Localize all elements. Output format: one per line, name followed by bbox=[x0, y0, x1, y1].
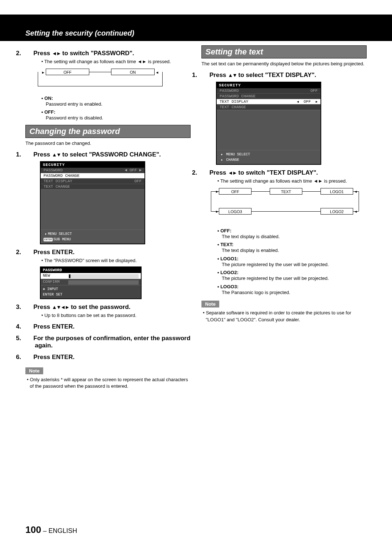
arrow-right-icon: ► bbox=[41, 70, 45, 74]
option-on-label: • ON: bbox=[25, 95, 191, 101]
all-arrows-icon bbox=[52, 303, 69, 310]
cp-step-3-detail: • Up to 8 buttons can be set as the pass… bbox=[25, 312, 191, 319]
up-down-arrow-icon bbox=[228, 72, 237, 78]
dpad-icon: ✥ bbox=[43, 287, 45, 291]
osd3-row-text-display: TEXT DISPLAY ◄ OFF ► bbox=[217, 99, 320, 105]
toggle5-logo2: LOGO2 bbox=[320, 208, 353, 215]
toggle5-text: TEXT bbox=[270, 188, 302, 195]
left-right-icon: ♦ bbox=[220, 158, 224, 162]
left-right-arrow-icon bbox=[228, 169, 237, 176]
osd3-row-text-change: TEXT CHANGE bbox=[217, 105, 320, 110]
page-header-title: Setting the security (continued) bbox=[25, 29, 367, 37]
page-footer: 100 – ENGLISH bbox=[25, 524, 77, 535]
osd-row-password: PASSWORD ◄ OFF ► bbox=[41, 168, 144, 173]
osd2-footer: ✥ INPUT ENTER SET bbox=[41, 285, 141, 298]
enter-key-icon: ENTER bbox=[43, 293, 54, 297]
bidirectional-arrow-icon bbox=[252, 191, 270, 192]
left-note-text: • Only asterisks * will appear on the sc… bbox=[25, 376, 191, 390]
arrow-right-icon: ► bbox=[215, 190, 219, 193]
opt-logo2-label: • LOGO2: bbox=[201, 270, 367, 275]
osd-row-text-display: TEXT DISPLAY OFF bbox=[41, 179, 144, 184]
left-column: 2.Press to switch "PASSWORD". • The sett… bbox=[25, 45, 191, 390]
password-step-2-detail: • The setting will change as follows eac… bbox=[25, 58, 191, 65]
arrow-left-icon: ◄ bbox=[155, 70, 159, 74]
osd3-row-password-change: PASSWORD CHANGE bbox=[217, 94, 320, 99]
osd-row-password-change: PASSWORD CHANGE bbox=[41, 173, 144, 179]
cp-step-2: 2.Press ENTER. bbox=[25, 249, 191, 256]
page-number: 100 bbox=[25, 524, 41, 535]
right-column: Setting the text The set text can be per… bbox=[201, 45, 367, 390]
osd3-row-password: PASSWORD OFF bbox=[217, 88, 320, 94]
opt-text-label: • TEXT: bbox=[201, 242, 367, 247]
st-step-2: 2.Press to switch "TEXT DISPLAY". bbox=[201, 169, 367, 176]
toggle5-logo3: LOGO3 bbox=[219, 208, 252, 215]
security-menu-screenshot-1: SECURITY PASSWORD ◄ OFF ► PASSWORD CHANG… bbox=[40, 161, 145, 244]
option-off-desc: Password entry is disabled. bbox=[25, 115, 191, 121]
security-menu-screenshot-2: SECURITY PASSWORD OFF PASSWORD CHANGE TE… bbox=[216, 82, 321, 165]
page-header-bar: Setting the security (continued) bbox=[0, 15, 392, 41]
cp-step-2-detail: • The "PASSWORD" screen will be displaye… bbox=[25, 257, 191, 264]
osd3-title: SECURITY bbox=[217, 82, 320, 88]
left-right-arrow-icon bbox=[52, 50, 61, 57]
osd-footer: ♦MENU SELECT ENTERSUB MENU bbox=[41, 229, 144, 244]
st-step-2-detail: • The setting will change as follows eac… bbox=[201, 178, 367, 184]
password-entry-screenshot: PASSWORD NEW CONFIRM ✥ INPUT ENTER SET bbox=[40, 266, 142, 299]
arrow-left-icon: ◄ bbox=[354, 209, 358, 213]
bidirectional-arrow-icon bbox=[252, 211, 320, 212]
opt-logo2-desc: The picture registered by the user will … bbox=[201, 275, 367, 282]
triangle-right-icon: ► bbox=[316, 100, 318, 104]
osd2-row-confirm: CONFIRM bbox=[41, 279, 141, 285]
up-down-icon: ♦ bbox=[220, 152, 224, 157]
cp-step-4: 4.Press ENTER. bbox=[25, 323, 191, 330]
opt-off-label: • OFF: bbox=[201, 228, 367, 233]
off-on-cycle-diagram: OFF ON ► ◄ bbox=[35, 69, 166, 92]
cp-step-6: 6.Press ENTER. bbox=[25, 354, 191, 361]
note-label: Note bbox=[201, 301, 219, 307]
osd2-title: PASSWORD bbox=[41, 267, 141, 273]
toggle-state-on: ON bbox=[111, 69, 155, 75]
cp-step-1: 1.Press to select "PASSWORD CHANGE". bbox=[25, 151, 191, 158]
osd-row-text-change: TEXT CHANGE bbox=[41, 184, 144, 190]
cp-step-3: 3.Press to set the password. bbox=[25, 303, 191, 311]
toggle5-logo1: LOGO1 bbox=[320, 188, 353, 195]
opt-logo1-label: • LOGO1: bbox=[201, 256, 367, 261]
opt-off-desc: The text display is disabled. bbox=[201, 233, 367, 240]
setting-text-intro: The set text can be permanently displaye… bbox=[201, 61, 367, 67]
changing-password-intro: The password can be changed. bbox=[25, 140, 191, 147]
manual-page: Setting the security (continued) 2.Press… bbox=[0, 0, 392, 550]
bidirectional-arrow-icon bbox=[302, 191, 320, 192]
osd2-row-new: NEW bbox=[41, 273, 141, 279]
st-step-1: 1.Press to select "TEXT DISPLAY". bbox=[201, 72, 367, 79]
note-label: Note bbox=[25, 367, 43, 374]
up-down-arrow-icon bbox=[52, 151, 61, 158]
password-step-2: 2.Press to switch "PASSWORD". bbox=[25, 50, 191, 57]
section-heading-setting-text: Setting the text bbox=[201, 45, 367, 58]
option-off-label: • OFF: bbox=[25, 109, 191, 115]
two-column-layout: 2.Press to switch "PASSWORD". • The sett… bbox=[25, 45, 367, 390]
arrow-left-icon: ◄ bbox=[354, 190, 358, 193]
toggle-state-off: OFF bbox=[46, 69, 89, 75]
opt-logo3-desc: The Panasonic logo is projected. bbox=[201, 289, 367, 296]
triangle-left-icon: ◄ bbox=[297, 100, 299, 104]
triangle-right-icon: ► bbox=[139, 168, 142, 172]
opt-logo1-desc: The picture registered by the user will … bbox=[201, 261, 367, 268]
right-note-text: • Separate software is required in order… bbox=[201, 310, 367, 323]
section-heading-changing-password: Changing the password bbox=[25, 125, 191, 138]
toggle5-off: OFF bbox=[219, 188, 252, 195]
up-down-icon: ♦ bbox=[44, 232, 48, 236]
osd3-footer: ♦ MENU SELECT ♦ CHANGE bbox=[217, 150, 320, 164]
cp-step-5: 5.For the purposes of confirmation, ente… bbox=[25, 335, 191, 349]
opt-logo3-label: • LOGO3: bbox=[201, 284, 367, 289]
text-display-cycle-diagram: OFF TEXT LOGO1 LOGO3 LOGO2 ► ◄ ► ◄ bbox=[204, 188, 360, 224]
osd-title: SECURITY bbox=[41, 162, 144, 168]
page-language: – ENGLISH bbox=[41, 527, 77, 534]
arrow-right-icon: ► bbox=[215, 209, 219, 213]
triangle-left-icon: ◄ bbox=[125, 168, 127, 172]
enter-key-icon: ENTER bbox=[44, 238, 53, 242]
opt-text-desc: The text display is enabled. bbox=[201, 247, 367, 254]
option-on-desc: Password entry is enabled. bbox=[25, 101, 191, 107]
